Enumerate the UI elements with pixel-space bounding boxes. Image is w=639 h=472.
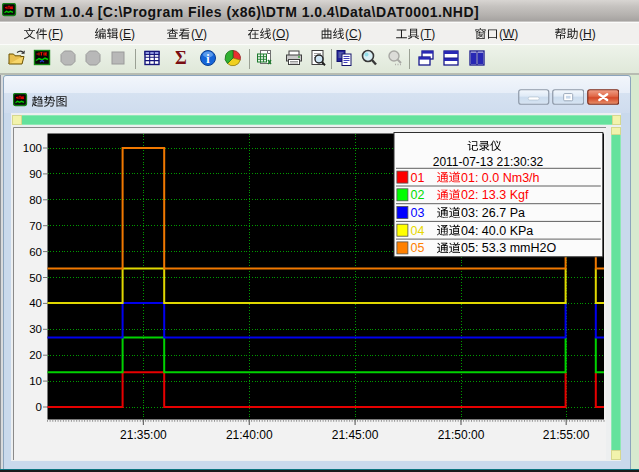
svg-text:10: 10 [29,375,42,387]
svg-text:100: 100 [23,142,42,154]
svg-text:50: 50 [29,271,42,283]
svg-text:90: 90 [29,167,42,179]
svg-text:0: 0 [36,401,42,413]
svg-text:21:40:00: 21:40:00 [226,427,273,441]
svg-text:02: 02 [411,188,425,202]
svg-text:04: 40.0 KPa: 04: 40.0 KPa [461,223,533,237]
svg-text:03: 03 [411,206,425,220]
svg-text:80: 80 [29,193,42,205]
svg-text:40: 40 [29,297,42,309]
svg-text:03: 26.7 Pa: 03: 26.7 Pa [461,206,525,220]
svg-text:70: 70 [29,219,42,231]
svg-text:Σ: Σ [175,48,187,68]
svg-text:01: 0.0 Nm3/h: 01: 0.0 Nm3/h [461,170,540,184]
svg-text:21:35:00: 21:35:00 [120,427,167,441]
svg-text:01: 01 [411,170,425,184]
svg-text:21:55:00: 21:55:00 [543,427,590,441]
svg-text:05: 53.3 mmH2O: 05: 53.3 mmH2O [461,241,556,255]
svg-text:04: 04 [411,223,425,237]
svg-text:60: 60 [29,245,42,257]
svg-text:21:45:00: 21:45:00 [332,427,379,441]
svg-text:05: 05 [411,241,425,255]
svg-text:20: 20 [29,349,42,361]
svg-text:21:50:00: 21:50:00 [438,427,485,441]
svg-text:02: 13.3 Kgf: 02: 13.3 Kgf [461,188,529,202]
svg-text:30: 30 [29,323,42,335]
svg-text:2011-07-13 21:30:32: 2011-07-13 21:30:32 [433,155,544,169]
